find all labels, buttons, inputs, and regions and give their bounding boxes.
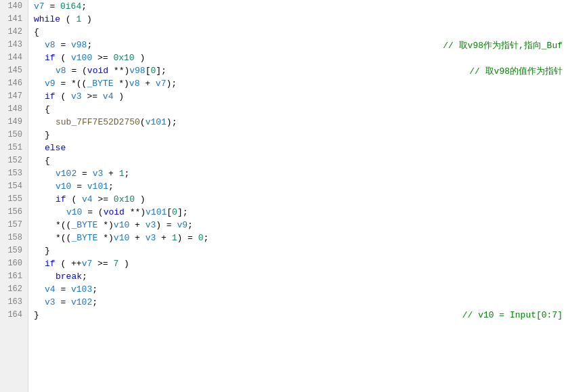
kw-token: if xyxy=(45,91,56,102)
plain-token: { xyxy=(45,156,50,166)
var-token: v7 xyxy=(34,1,45,12)
plain-token: = xyxy=(56,297,71,307)
plain-token: **) xyxy=(125,207,146,217)
var-token: v3 xyxy=(146,233,156,243)
line-number: 142 xyxy=(5,26,22,39)
plain-token: ) xyxy=(81,14,92,24)
kw-token: if xyxy=(45,53,56,63)
line-number: 141 xyxy=(5,13,22,26)
code-area[interactable]: v7 = 0i64;while ( 1 ){v8 = v98;// 取v98作为… xyxy=(28,0,568,392)
plain-token: { xyxy=(34,27,39,37)
plain-token: + xyxy=(139,79,155,89)
func-token: sub_7FF7E52D2750 xyxy=(56,117,140,127)
code-line: { xyxy=(34,26,568,39)
code-line: *((_BYTE *)v10 + v3 + 1) = 0; xyxy=(34,232,568,244)
plain-token: ; xyxy=(188,220,193,230)
plain-token: ; xyxy=(81,1,87,12)
code-line: if ( v100 >= 0x10 ) xyxy=(34,51,568,64)
plain-token: ); xyxy=(167,117,177,127)
var-token: v8 xyxy=(129,79,140,89)
line-number: 143 xyxy=(5,39,22,51)
var-token: v10 xyxy=(56,181,71,192)
plain-token: ]; xyxy=(177,207,188,217)
line-number: 145 xyxy=(5,64,22,77)
plain-token: + xyxy=(129,220,145,230)
line-number: 148 xyxy=(5,103,22,116)
plain-token: = ( xyxy=(82,207,103,217)
plain-token: ; xyxy=(108,181,114,192)
var-token: v101 xyxy=(146,117,167,127)
num-token: 0x10 xyxy=(113,53,134,63)
plain-token: *) xyxy=(97,220,113,230)
plain-token: [ xyxy=(167,207,172,217)
line-number: 164 xyxy=(5,309,22,322)
var-token: v7 xyxy=(156,79,167,89)
line-number: 154 xyxy=(5,180,22,193)
code-line: v3 = v102; xyxy=(34,296,568,309)
plain-token: ) xyxy=(118,259,129,269)
plain-token: ( xyxy=(60,14,76,24)
plain-token: ; xyxy=(82,271,87,282)
num-token: 0x10 xyxy=(114,194,135,204)
line-number: 162 xyxy=(5,283,22,296)
var-token: v100 xyxy=(71,53,92,63)
code-line: } xyxy=(34,244,568,257)
inline-comment: // 取v98作为指针,指向_Buf xyxy=(443,39,563,51)
code-line: if ( v3 >= v4 ) xyxy=(34,90,568,103)
var-token: v4 xyxy=(45,284,56,295)
plain-token: ; xyxy=(204,233,209,243)
plain-token: *) xyxy=(97,233,113,243)
code-line: } xyxy=(34,129,568,141)
var-token: v4 xyxy=(82,194,93,204)
code-editor: 1401411421431441451461471481491501511521… xyxy=(0,0,568,392)
plain-token: >= xyxy=(92,259,113,269)
var-token: v8 xyxy=(45,40,56,50)
var-token: _BYTE xyxy=(71,220,97,230)
plain-token: } xyxy=(45,246,50,256)
var-token: v9 xyxy=(177,220,188,230)
num-token: 0 xyxy=(198,233,204,243)
kw-token: void xyxy=(87,66,108,76)
line-number: 157 xyxy=(5,219,22,232)
inline-comment: // v10 = Input[0:7] xyxy=(462,310,563,320)
plain-token: ); xyxy=(166,79,177,89)
line-number: 155 xyxy=(5,193,22,206)
plain-token: ; xyxy=(92,284,97,295)
code-line: while ( 1 ) xyxy=(34,13,568,26)
line-number: 159 xyxy=(5,244,22,257)
line-number: 146 xyxy=(5,77,22,90)
code-line: else xyxy=(34,141,568,154)
line-number: 151 xyxy=(5,141,22,154)
var-token: v9 xyxy=(45,79,56,89)
plain-token: = xyxy=(45,1,60,12)
var-token: v10 xyxy=(114,220,129,230)
var-token: v101 xyxy=(87,181,108,192)
code-line: }// v10 = Input[0:7] xyxy=(34,309,568,322)
var-token: v102 xyxy=(71,297,92,307)
plain-token: >= xyxy=(92,53,113,63)
kw-token: if xyxy=(45,259,56,269)
code-line: *((_BYTE *)v10 + v3) = v9; xyxy=(34,219,568,232)
plain-token: ]; xyxy=(156,66,167,76)
code-line: v10 = v101; xyxy=(34,180,568,193)
code-line: v7 = 0i64; xyxy=(34,0,568,13)
plain-token: **) xyxy=(108,66,129,76)
line-number: 152 xyxy=(5,154,22,167)
line-number: 156 xyxy=(5,206,22,219)
code-line: v4 = v103; xyxy=(34,283,568,296)
plain-token: = xyxy=(71,181,87,192)
line-numbers: 1401411421431441451461471481491501511521… xyxy=(0,0,28,392)
kw-token: else xyxy=(45,143,66,153)
code-line: v8 = (void **)v98[0];// 取v98的值作为指针 xyxy=(34,64,568,77)
plain-token: = *(( xyxy=(56,79,87,89)
plain-token: ) = xyxy=(177,233,198,243)
plain-token: ) xyxy=(113,91,124,102)
plain-token: ; xyxy=(124,169,129,179)
code-line: v102 = v3 + 1; xyxy=(34,167,568,180)
plain-token: + xyxy=(103,169,118,179)
line-number: 140 xyxy=(5,0,22,13)
code-line: if ( v4 >= 0x10 ) xyxy=(34,193,568,206)
plain-token: = xyxy=(77,169,92,179)
line-number: 147 xyxy=(5,90,22,103)
plain-token: } xyxy=(45,130,50,140)
